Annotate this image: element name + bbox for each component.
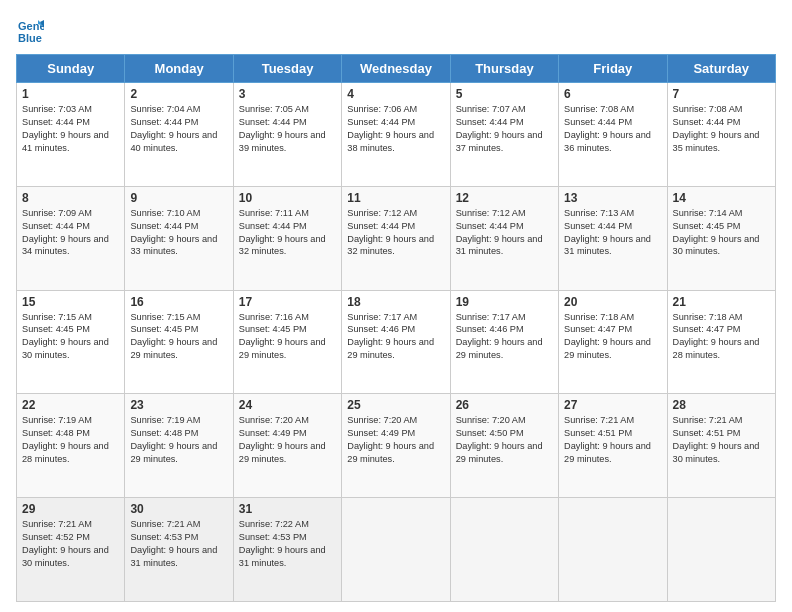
calendar-cell: 14Sunrise: 7:14 AMSunset: 4:45 PMDayligh… — [667, 186, 775, 290]
cell-content: Sunrise: 7:15 AMSunset: 4:45 PMDaylight:… — [22, 311, 119, 363]
cell-content: Sunrise: 7:19 AMSunset: 4:48 PMDaylight:… — [130, 414, 227, 466]
svg-text:General: General — [18, 20, 44, 32]
calendar-cell: 8Sunrise: 7:09 AMSunset: 4:44 PMDaylight… — [17, 186, 125, 290]
calendar-cell: 18Sunrise: 7:17 AMSunset: 4:46 PMDayligh… — [342, 290, 450, 394]
day-number: 23 — [130, 398, 227, 412]
cell-content: Sunrise: 7:04 AMSunset: 4:44 PMDaylight:… — [130, 103, 227, 155]
calendar-cell: 30Sunrise: 7:21 AMSunset: 4:53 PMDayligh… — [125, 498, 233, 602]
day-number: 24 — [239, 398, 336, 412]
calendar-cell: 31Sunrise: 7:22 AMSunset: 4:53 PMDayligh… — [233, 498, 341, 602]
calendar-cell: 29Sunrise: 7:21 AMSunset: 4:52 PMDayligh… — [17, 498, 125, 602]
day-number: 22 — [22, 398, 119, 412]
calendar-cell: 22Sunrise: 7:19 AMSunset: 4:48 PMDayligh… — [17, 394, 125, 498]
cell-content: Sunrise: 7:11 AMSunset: 4:44 PMDaylight:… — [239, 207, 336, 259]
calendar-cell — [559, 498, 667, 602]
day-number: 3 — [239, 87, 336, 101]
cell-content: Sunrise: 7:21 AMSunset: 4:51 PMDaylight:… — [564, 414, 661, 466]
page: General Blue SundayMondayTuesdayWednesda… — [0, 0, 792, 612]
cell-content: Sunrise: 7:12 AMSunset: 4:44 PMDaylight:… — [347, 207, 444, 259]
cell-content: Sunrise: 7:14 AMSunset: 4:45 PMDaylight:… — [673, 207, 770, 259]
calendar-cell — [342, 498, 450, 602]
calendar-cell: 26Sunrise: 7:20 AMSunset: 4:50 PMDayligh… — [450, 394, 558, 498]
calendar-cell: 15Sunrise: 7:15 AMSunset: 4:45 PMDayligh… — [17, 290, 125, 394]
cell-content: Sunrise: 7:19 AMSunset: 4:48 PMDaylight:… — [22, 414, 119, 466]
calendar-cell: 7Sunrise: 7:08 AMSunset: 4:44 PMDaylight… — [667, 83, 775, 187]
cell-content: Sunrise: 7:05 AMSunset: 4:44 PMDaylight:… — [239, 103, 336, 155]
cell-content: Sunrise: 7:22 AMSunset: 4:53 PMDaylight:… — [239, 518, 336, 570]
day-header: Sunday — [17, 55, 125, 83]
day-header: Friday — [559, 55, 667, 83]
cell-content: Sunrise: 7:17 AMSunset: 4:46 PMDaylight:… — [347, 311, 444, 363]
cell-content: Sunrise: 7:20 AMSunset: 4:49 PMDaylight:… — [347, 414, 444, 466]
day-number: 7 — [673, 87, 770, 101]
calendar-cell: 17Sunrise: 7:16 AMSunset: 4:45 PMDayligh… — [233, 290, 341, 394]
day-number: 30 — [130, 502, 227, 516]
calendar-cell: 11Sunrise: 7:12 AMSunset: 4:44 PMDayligh… — [342, 186, 450, 290]
cell-content: Sunrise: 7:06 AMSunset: 4:44 PMDaylight:… — [347, 103, 444, 155]
calendar-cell: 1Sunrise: 7:03 AMSunset: 4:44 PMDaylight… — [17, 83, 125, 187]
day-number: 17 — [239, 295, 336, 309]
calendar-cell — [450, 498, 558, 602]
cell-content: Sunrise: 7:15 AMSunset: 4:45 PMDaylight:… — [130, 311, 227, 363]
calendar-cell: 9Sunrise: 7:10 AMSunset: 4:44 PMDaylight… — [125, 186, 233, 290]
cell-content: Sunrise: 7:21 AMSunset: 4:51 PMDaylight:… — [673, 414, 770, 466]
day-number: 29 — [22, 502, 119, 516]
day-number: 16 — [130, 295, 227, 309]
calendar-table: SundayMondayTuesdayWednesdayThursdayFrid… — [16, 54, 776, 602]
calendar-cell: 23Sunrise: 7:19 AMSunset: 4:48 PMDayligh… — [125, 394, 233, 498]
calendar-cell — [667, 498, 775, 602]
day-number: 14 — [673, 191, 770, 205]
day-number: 9 — [130, 191, 227, 205]
cell-content: Sunrise: 7:18 AMSunset: 4:47 PMDaylight:… — [673, 311, 770, 363]
cell-content: Sunrise: 7:10 AMSunset: 4:44 PMDaylight:… — [130, 207, 227, 259]
day-number: 1 — [22, 87, 119, 101]
cell-content: Sunrise: 7:18 AMSunset: 4:47 PMDaylight:… — [564, 311, 661, 363]
day-header: Wednesday — [342, 55, 450, 83]
day-number: 21 — [673, 295, 770, 309]
cell-content: Sunrise: 7:21 AMSunset: 4:52 PMDaylight:… — [22, 518, 119, 570]
cell-content: Sunrise: 7:16 AMSunset: 4:45 PMDaylight:… — [239, 311, 336, 363]
calendar-cell: 20Sunrise: 7:18 AMSunset: 4:47 PMDayligh… — [559, 290, 667, 394]
calendar-cell: 13Sunrise: 7:13 AMSunset: 4:44 PMDayligh… — [559, 186, 667, 290]
day-number: 13 — [564, 191, 661, 205]
calendar-cell: 24Sunrise: 7:20 AMSunset: 4:49 PMDayligh… — [233, 394, 341, 498]
day-number: 2 — [130, 87, 227, 101]
cell-content: Sunrise: 7:21 AMSunset: 4:53 PMDaylight:… — [130, 518, 227, 570]
day-number: 31 — [239, 502, 336, 516]
calendar-cell: 12Sunrise: 7:12 AMSunset: 4:44 PMDayligh… — [450, 186, 558, 290]
day-header: Saturday — [667, 55, 775, 83]
calendar-cell: 21Sunrise: 7:18 AMSunset: 4:47 PMDayligh… — [667, 290, 775, 394]
calendar-cell: 25Sunrise: 7:20 AMSunset: 4:49 PMDayligh… — [342, 394, 450, 498]
day-number: 18 — [347, 295, 444, 309]
day-number: 11 — [347, 191, 444, 205]
cell-content: Sunrise: 7:07 AMSunset: 4:44 PMDaylight:… — [456, 103, 553, 155]
cell-content: Sunrise: 7:20 AMSunset: 4:49 PMDaylight:… — [239, 414, 336, 466]
cell-content: Sunrise: 7:12 AMSunset: 4:44 PMDaylight:… — [456, 207, 553, 259]
calendar-cell: 2Sunrise: 7:04 AMSunset: 4:44 PMDaylight… — [125, 83, 233, 187]
day-number: 5 — [456, 87, 553, 101]
day-number: 8 — [22, 191, 119, 205]
calendar-cell: 27Sunrise: 7:21 AMSunset: 4:51 PMDayligh… — [559, 394, 667, 498]
day-number: 19 — [456, 295, 553, 309]
calendar-cell: 5Sunrise: 7:07 AMSunset: 4:44 PMDaylight… — [450, 83, 558, 187]
day-header: Tuesday — [233, 55, 341, 83]
day-number: 4 — [347, 87, 444, 101]
logo: General Blue — [16, 16, 46, 44]
calendar-cell: 10Sunrise: 7:11 AMSunset: 4:44 PMDayligh… — [233, 186, 341, 290]
cell-content: Sunrise: 7:08 AMSunset: 4:44 PMDaylight:… — [673, 103, 770, 155]
day-number: 25 — [347, 398, 444, 412]
calendar-cell: 19Sunrise: 7:17 AMSunset: 4:46 PMDayligh… — [450, 290, 558, 394]
day-number: 28 — [673, 398, 770, 412]
calendar-cell: 16Sunrise: 7:15 AMSunset: 4:45 PMDayligh… — [125, 290, 233, 394]
svg-text:Blue: Blue — [18, 32, 42, 44]
cell-content: Sunrise: 7:17 AMSunset: 4:46 PMDaylight:… — [456, 311, 553, 363]
cell-content: Sunrise: 7:03 AMSunset: 4:44 PMDaylight:… — [22, 103, 119, 155]
header: General Blue — [16, 16, 776, 44]
cell-content: Sunrise: 7:08 AMSunset: 4:44 PMDaylight:… — [564, 103, 661, 155]
day-number: 10 — [239, 191, 336, 205]
calendar-cell: 4Sunrise: 7:06 AMSunset: 4:44 PMDaylight… — [342, 83, 450, 187]
day-number: 12 — [456, 191, 553, 205]
day-number: 15 — [22, 295, 119, 309]
calendar-cell: 6Sunrise: 7:08 AMSunset: 4:44 PMDaylight… — [559, 83, 667, 187]
logo-icon: General Blue — [16, 16, 44, 44]
